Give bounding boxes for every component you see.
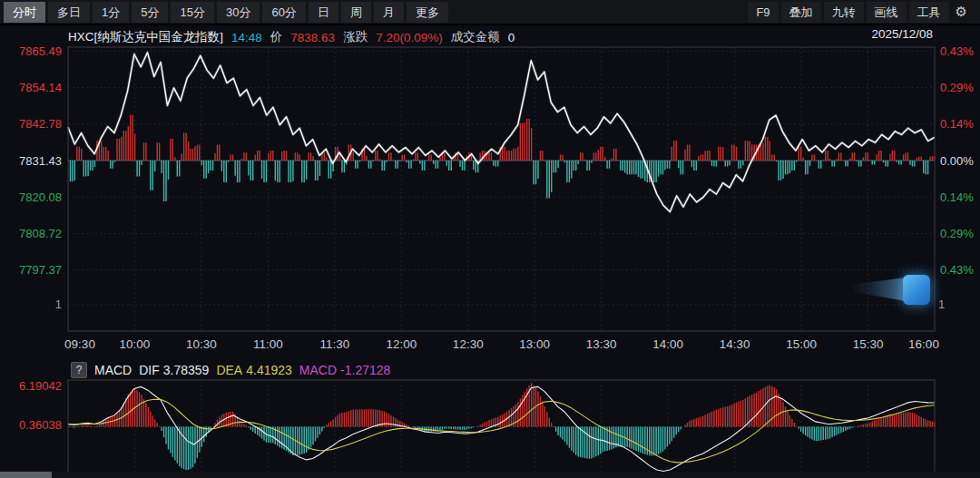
dea-label: DEA [216,363,242,377]
scrollbar-thumb[interactable] [0,472,52,478]
macd-label: MACD [299,363,337,377]
dif-line [68,386,935,471]
panel-borders [68,47,935,473]
help-icon[interactable]: ? [71,362,87,378]
dif-label: DIF [139,363,160,377]
bottom-scrollbar [0,472,980,478]
app-logo [903,275,930,305]
dea-line [68,399,935,463]
dea-value: 4.41923 [246,363,292,377]
dif-value: 3.78359 [163,363,210,377]
price-line [68,53,935,212]
macd-title: MACD [94,363,132,377]
chart-canvas [0,0,980,478]
grid-lines [68,47,935,473]
minute-change-bars [70,115,935,201]
stock-chart-window: 分时多日1分5分15分30分60分日周月更多 F9叠加九转画线工具⚙ HXC[纳… [0,0,980,478]
macd-indicator-row: ? MACD DIF 3.78359 DEA 4.41923 MACD -1.2… [71,361,390,379]
macd-value: -1.27128 [340,363,390,377]
